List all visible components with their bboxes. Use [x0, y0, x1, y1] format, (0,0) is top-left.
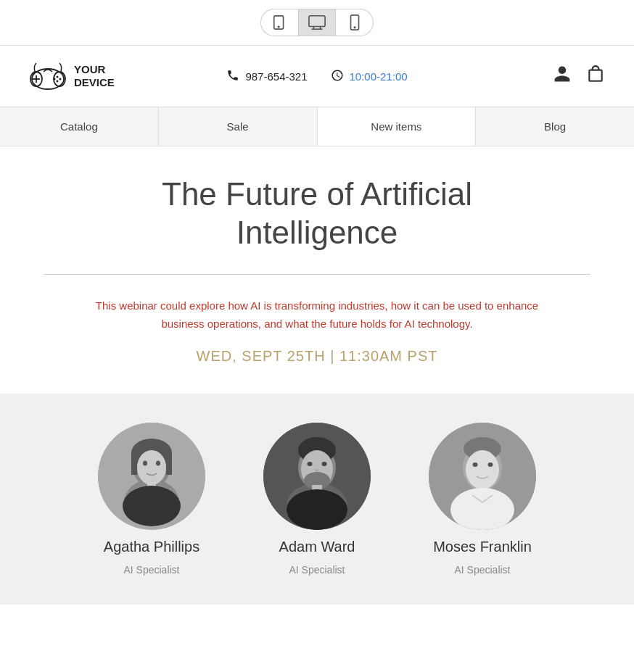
nav-blog[interactable]: Blog — [476, 107, 634, 146]
svg-point-37 — [287, 489, 347, 530]
speakers-section: Agatha Phillips AI Specialist — [0, 394, 634, 605]
svg-point-24 — [143, 460, 147, 465]
nav-sale[interactable]: Sale — [159, 107, 318, 146]
svg-point-41 — [466, 450, 499, 489]
svg-point-34 — [308, 462, 313, 466]
speaker-2-avatar — [263, 423, 371, 530]
logo-icon — [29, 57, 67, 95]
speaker-1-name: Agatha Phillips — [104, 539, 199, 555]
speaker-3: Moses Franklin AI Specialist — [429, 423, 536, 576]
svg-point-43 — [488, 462, 493, 467]
cart-icon[interactable] — [586, 65, 605, 88]
svg-point-42 — [473, 462, 478, 467]
svg-point-23 — [137, 450, 166, 485]
nav-catalog[interactable]: Catalog — [0, 107, 159, 146]
device-selector-bar — [0, 0, 634, 46]
clock-icon — [331, 69, 344, 84]
hours-contact: 10:00-21:00 — [331, 69, 408, 84]
hours-text: 10:00-21:00 — [350, 70, 408, 83]
phone-icon — [226, 69, 239, 84]
site-header: YOUR DEVICE 987-654-321 10:00-21:00 — [0, 46, 634, 107]
speaker-1-role: AI Specialist — [123, 564, 179, 576]
user-icon[interactable] — [553, 65, 572, 88]
svg-point-15 — [57, 80, 59, 83]
event-description: This webinar could explore how AI is tra… — [85, 296, 549, 333]
svg-point-27 — [123, 486, 181, 526]
header-contacts: 987-654-321 10:00-21:00 — [173, 69, 461, 84]
tablet-view-button[interactable] — [260, 9, 298, 36]
speaker-1: Agatha Phillips AI Specialist — [98, 423, 205, 576]
page-title: The Future of Artificial Intelligence — [44, 175, 590, 252]
speaker-2: Adam Ward AI Specialist — [263, 423, 371, 576]
header-actions — [461, 65, 606, 88]
svg-point-16 — [54, 78, 56, 80]
speaker-3-avatar — [429, 423, 536, 530]
nav-new-items[interactable]: New items — [318, 107, 477, 146]
svg-point-14 — [59, 78, 62, 80]
speaker-2-role: AI Specialist — [289, 564, 345, 576]
speaker-2-name: Adam Ward — [279, 539, 355, 555]
svg-point-13 — [57, 76, 59, 78]
svg-point-1 — [278, 26, 279, 27]
logo-text: YOUR DEVICE — [74, 63, 115, 89]
svg-point-45 — [450, 488, 514, 530]
title-divider — [44, 274, 590, 275]
svg-point-25 — [156, 460, 160, 465]
svg-point-7 — [354, 27, 355, 28]
phone-contact: 987-654-321 — [226, 69, 307, 84]
speaker-3-name: Moses Franklin — [433, 539, 532, 555]
speaker-1-avatar — [98, 423, 205, 530]
desktop-view-button[interactable] — [298, 9, 336, 36]
main-content: The Future of Artificial Intelligence Th… — [0, 146, 634, 379]
event-date: WED, SEPT 25TH | 11:30AM PST — [44, 348, 590, 365]
svg-rect-2 — [309, 16, 325, 27]
phone-number: 987-654-321 — [245, 70, 307, 83]
main-nav: Catalog Sale New items Blog — [0, 107, 634, 146]
svg-point-35 — [322, 462, 327, 466]
mobile-view-button[interactable] — [336, 9, 374, 36]
svg-rect-22 — [166, 453, 172, 475]
svg-rect-21 — [131, 453, 137, 475]
logo-area: YOUR DEVICE — [29, 57, 173, 95]
speaker-3-role: AI Specialist — [454, 564, 510, 576]
